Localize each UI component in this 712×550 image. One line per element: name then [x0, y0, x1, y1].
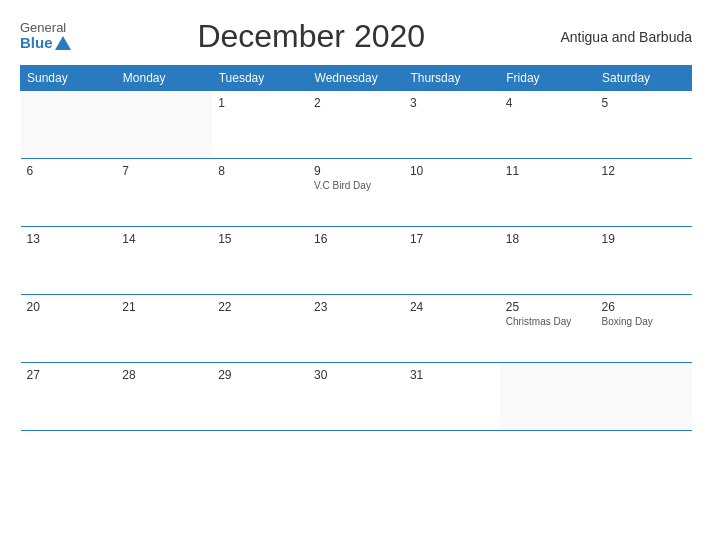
day-number: 4	[506, 96, 590, 110]
calendar-page: General Blue December 2020 Antigua and B…	[0, 0, 712, 550]
country-name: Antigua and Barbuda	[552, 29, 692, 45]
calendar-week-row: 6789V.C Bird Day101112	[21, 159, 692, 227]
calendar-day: 25Christmas Day	[500, 295, 596, 363]
day-number: 3	[410, 96, 494, 110]
day-number: 22	[218, 300, 302, 314]
day-number: 13	[27, 232, 111, 246]
weekday-header-row: Sunday Monday Tuesday Wednesday Thursday…	[21, 66, 692, 91]
day-number: 14	[122, 232, 206, 246]
logo-blue-text: Blue	[20, 35, 71, 52]
calendar-day: 20	[21, 295, 117, 363]
day-number: 29	[218, 368, 302, 382]
calendar-day: 14	[116, 227, 212, 295]
calendar-day: 27	[21, 363, 117, 431]
day-number: 8	[218, 164, 302, 178]
header-friday: Friday	[500, 66, 596, 91]
calendar-day: 12	[596, 159, 692, 227]
day-number: 21	[122, 300, 206, 314]
calendar-day: 21	[116, 295, 212, 363]
calendar-day: 13	[21, 227, 117, 295]
calendar-day: 1	[212, 91, 308, 159]
calendar-week-row: 13141516171819	[21, 227, 692, 295]
calendar-day: 2	[308, 91, 404, 159]
calendar-day	[116, 91, 212, 159]
calendar-day: 22	[212, 295, 308, 363]
day-number: 6	[27, 164, 111, 178]
day-number: 16	[314, 232, 398, 246]
day-number: 5	[602, 96, 686, 110]
day-number: 11	[506, 164, 590, 178]
day-number: 17	[410, 232, 494, 246]
month-title: December 2020	[71, 18, 552, 55]
calendar-day: 28	[116, 363, 212, 431]
calendar-day	[21, 91, 117, 159]
day-number: 24	[410, 300, 494, 314]
calendar-day: 19	[596, 227, 692, 295]
calendar-week-row: 202122232425Christmas Day26Boxing Day	[21, 295, 692, 363]
holiday-label: Boxing Day	[602, 316, 686, 327]
logo-triangle-icon	[55, 36, 71, 50]
calendar-day: 23	[308, 295, 404, 363]
holiday-label: Christmas Day	[506, 316, 590, 327]
calendar-day: 5	[596, 91, 692, 159]
logo: General Blue	[20, 21, 71, 52]
calendar-day: 17	[404, 227, 500, 295]
header-thursday: Thursday	[404, 66, 500, 91]
calendar-day: 31	[404, 363, 500, 431]
header-tuesday: Tuesday	[212, 66, 308, 91]
day-number: 25	[506, 300, 590, 314]
calendar-day: 11	[500, 159, 596, 227]
day-number: 10	[410, 164, 494, 178]
day-number: 19	[602, 232, 686, 246]
day-number: 20	[27, 300, 111, 314]
holiday-label: V.C Bird Day	[314, 180, 398, 191]
calendar-day: 7	[116, 159, 212, 227]
calendar-day: 6	[21, 159, 117, 227]
day-number: 26	[602, 300, 686, 314]
day-number: 9	[314, 164, 398, 178]
header-sunday: Sunday	[21, 66, 117, 91]
day-number: 18	[506, 232, 590, 246]
calendar-day: 29	[212, 363, 308, 431]
calendar-day: 15	[212, 227, 308, 295]
day-number: 28	[122, 368, 206, 382]
day-number: 31	[410, 368, 494, 382]
header-monday: Monday	[116, 66, 212, 91]
calendar-day: 18	[500, 227, 596, 295]
calendar-day: 16	[308, 227, 404, 295]
calendar-table: Sunday Monday Tuesday Wednesday Thursday…	[20, 65, 692, 431]
calendar-day: 4	[500, 91, 596, 159]
day-number: 15	[218, 232, 302, 246]
logo-general-text: General	[20, 21, 66, 35]
calendar-day: 26Boxing Day	[596, 295, 692, 363]
day-number: 27	[27, 368, 111, 382]
day-number: 2	[314, 96, 398, 110]
day-number: 1	[218, 96, 302, 110]
day-number: 23	[314, 300, 398, 314]
calendar-week-row: 12345	[21, 91, 692, 159]
day-number: 12	[602, 164, 686, 178]
calendar-day	[500, 363, 596, 431]
day-number: 30	[314, 368, 398, 382]
calendar-day: 9V.C Bird Day	[308, 159, 404, 227]
calendar-day: 3	[404, 91, 500, 159]
calendar-day: 30	[308, 363, 404, 431]
calendar-day: 24	[404, 295, 500, 363]
day-number: 7	[122, 164, 206, 178]
calendar-day: 8	[212, 159, 308, 227]
header-wednesday: Wednesday	[308, 66, 404, 91]
header: General Blue December 2020 Antigua and B…	[20, 18, 692, 55]
calendar-day	[596, 363, 692, 431]
calendar-week-row: 2728293031	[21, 363, 692, 431]
calendar-day: 10	[404, 159, 500, 227]
header-saturday: Saturday	[596, 66, 692, 91]
